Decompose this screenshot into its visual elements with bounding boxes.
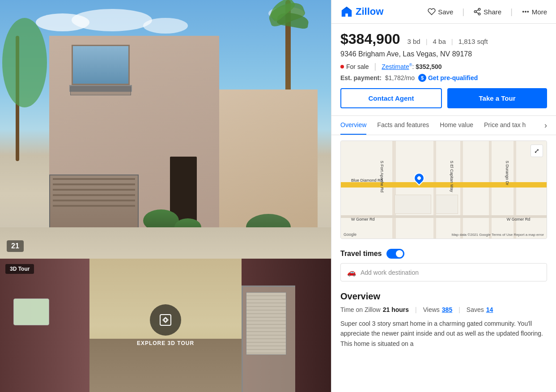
time-on-zillow-label: Time on Zillow — [340, 306, 381, 313]
map-data-credit[interactable]: Map data ©2021 Google Terms of Use Repor… — [452, 233, 544, 237]
saves-stat: Saves 14 — [467, 306, 493, 313]
views-stat: Views 385 — [423, 306, 452, 313]
tabs-chevron-icon[interactable]: › — [544, 121, 547, 130]
est-payment-label: Est. payment: — [340, 74, 382, 81]
save-label: Save — [438, 8, 453, 16]
time-on-zillow: Time on Zillow 21 hours — [340, 306, 409, 313]
svg-point-8 — [525, 11, 526, 12]
prequalify-label: Get pre-qualified — [428, 74, 478, 81]
svg-point-3 — [474, 11, 476, 13]
explore-tour-button[interactable]: EXPLORE 3D TOUR — [137, 304, 194, 346]
google-credit: Google — [344, 232, 357, 237]
save-button[interactable]: Save — [428, 8, 453, 16]
prequalify-button[interactable]: $ Get pre-qualified — [418, 74, 478, 82]
tour-3d-icon — [150, 304, 181, 336]
overview-title: Overview — [340, 291, 547, 302]
tab-facts[interactable]: Facts and features — [377, 116, 429, 135]
zestimate-value: $352,500 — [416, 63, 441, 70]
status-row: For sale | Zestimate®: $352,500 — [340, 62, 547, 71]
divider-1: | — [462, 7, 464, 17]
status-label: For sale — [346, 63, 369, 70]
contact-agent-button[interactable]: Contact Agent — [340, 88, 442, 108]
svg-point-4 — [478, 13, 480, 15]
svg-point-7 — [522, 11, 523, 12]
listing-stats: 3 bd | 4 ba | 1,813 sqft — [407, 38, 488, 45]
explore-label: EXPLORE 3D TOUR — [137, 340, 194, 346]
baths-stat: 4 ba — [433, 38, 446, 45]
est-payment-row: Est. payment: $1,782/mo $ Get pre-qualif… — [340, 74, 547, 82]
header: Zillow Save | Share | — [331, 0, 556, 24]
road-label-el-capitan: S El Capitan Way — [450, 161, 454, 192]
main-photo[interactable]: 21 — [0, 0, 331, 259]
zestimate-link[interactable]: Zestimate — [382, 63, 409, 70]
work-dest-placeholder: Add work destination — [361, 269, 419, 276]
est-payment-value: $1,782/mo — [385, 74, 415, 81]
divider-2: | — [510, 7, 513, 17]
road-label-fort-apache: S Fort Apache Rd — [380, 161, 384, 192]
share-label: Share — [484, 8, 501, 16]
beds-stat: 3 bd — [407, 38, 420, 45]
listing-price: $384,900 — [340, 31, 400, 47]
photo-panel: 21 3D Tour EXPLORE 3D — [0, 0, 331, 392]
svg-line-5 — [476, 12, 479, 13]
tab-overview[interactable]: Overview — [340, 116, 366, 135]
photo-counter: 21 — [7, 240, 24, 252]
travel-times-label: Travel times — [340, 250, 382, 258]
take-tour-button[interactable]: Take a Tour — [447, 88, 547, 108]
toggle-knob — [396, 250, 403, 257]
prequalify-icon: $ — [418, 74, 426, 82]
more-button[interactable]: More — [522, 8, 547, 16]
listing-address: 9346 Brigham Ave, Las Vegas, NV 89178 — [340, 50, 547, 58]
right-panel: Zillow Save | Share | — [331, 0, 556, 392]
svg-rect-0 — [160, 315, 171, 325]
zillow-wordmark: Zillow — [356, 6, 383, 17]
tour-label: 3D Tour — [5, 264, 34, 274]
road-label-gomer-left: W Gomer Rd — [351, 217, 375, 222]
overview-stats: Time on Zillow 21 hours | Views 385 | Sa… — [340, 306, 547, 313]
road-label-durango: S Durango Dr — [505, 161, 509, 185]
map-expand-button[interactable]: ⤢ — [531, 145, 543, 157]
time-on-zillow-value: 21 hours — [383, 306, 409, 313]
svg-point-2 — [478, 9, 480, 11]
car-icon: 🚗 — [347, 268, 356, 277]
travel-times-toggle[interactable] — [386, 249, 404, 259]
header-actions: Save | Share | More — [428, 7, 547, 17]
map-container[interactable]: Blue Diamond Rd W Gomer Rd W Gomer Rd S … — [340, 141, 547, 239]
tabs-section: Overview Facts and features Home value P… — [331, 115, 556, 135]
svg-point-1 — [164, 319, 167, 321]
tab-price-tax[interactable]: Price and tax h — [484, 116, 526, 135]
travel-times-row: Travel times — [331, 244, 556, 263]
cta-row: Contact Agent Take a Tour — [331, 88, 556, 115]
for-sale-badge: For sale — [340, 63, 369, 70]
price-row: $384,900 3 bd | 4 ba | 1,813 sqft — [340, 31, 547, 47]
tabs-row: Overview Facts and features Home value P… — [331, 116, 556, 135]
overview-description: Super cool 3 story smart home in a charm… — [340, 319, 547, 349]
saves-value[interactable]: 14 — [486, 306, 493, 313]
more-label: More — [532, 8, 547, 16]
tour-photo[interactable]: 3D Tour EXPLORE 3D TOUR — [0, 259, 331, 392]
sqft-stat: 1,813 sqft — [458, 38, 488, 45]
listing-info: $384,900 3 bd | 4 ba | 1,813 sqft 9346 B… — [331, 24, 556, 88]
road-label-blue-diamond: Blue Diamond Rd — [351, 178, 383, 183]
svg-line-6 — [476, 10, 479, 11]
wall-panel — [13, 298, 49, 325]
views-label: Views — [423, 306, 440, 313]
zestimate-section: Zestimate®: $352,500 — [382, 63, 441, 70]
saves-label: Saves — [467, 306, 484, 313]
views-value[interactable]: 385 — [442, 306, 452, 313]
map-background: Blue Diamond Rd W Gomer Rd W Gomer Rd S … — [341, 141, 547, 239]
share-button[interactable]: Share — [473, 8, 501, 16]
red-dot-icon — [340, 65, 344, 68]
road-label-gomer-right: W Gomer Rd — [507, 217, 531, 222]
work-destination-input[interactable]: 🚗 Add work destination — [340, 263, 547, 281]
svg-point-9 — [527, 11, 528, 12]
tab-home-value[interactable]: Home value — [440, 116, 473, 135]
zillow-logo[interactable]: Zillow — [340, 5, 383, 18]
overview-section: Overview Time on Zillow 21 hours | Views… — [331, 287, 556, 353]
